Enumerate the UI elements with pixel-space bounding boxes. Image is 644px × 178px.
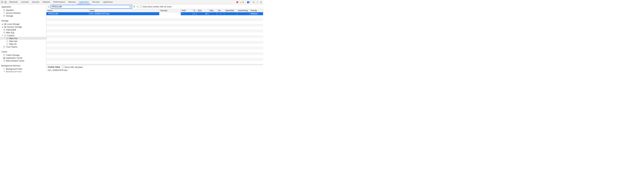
sidebar-item-cookie-origin[interactable]: https://w <box>0 43 46 45</box>
col-header-domain[interactable]: Domain <box>159 9 180 12</box>
tab-elements[interactable]: Elements <box>8 0 20 4</box>
filter-input[interactable] <box>51 5 132 8</box>
cookie-file-icon <box>6 37 8 40</box>
sidebar-item-cookie-origin[interactable]: https://na <box>0 37 46 40</box>
svg-point-25 <box>6 43 8 45</box>
settings-gear-icon[interactable] <box>252 1 255 3</box>
sidebar-item-cookie-origin[interactable]: https://pa <box>0 40 46 43</box>
sidebar-item-label: https://pa <box>9 40 17 42</box>
tab-memory[interactable]: Memory <box>67 0 77 4</box>
sidebar-item-label: Storage <box>6 15 13 17</box>
expand-arrow-icon[interactable]: ▶ <box>2 26 3 28</box>
close-devtools-icon[interactable] <box>260 1 262 3</box>
svg-point-18 <box>5 36 5 36</box>
only-issue-label-text: Only show cookies with an issue <box>142 5 172 8</box>
sidebar-item-websql[interactable]: Web SQL <box>0 31 46 34</box>
sidebar-item-application-cache[interactable]: Application Cache <box>0 57 46 59</box>
table-header-row: Name Value Domain Path E... Size HttpOnl… <box>46 9 263 12</box>
sidebar-item-label: Local Storage <box>7 23 20 25</box>
col-header-priority[interactable]: Priority <box>250 9 263 12</box>
svg-point-13 <box>4 29 5 29</box>
svg-rect-7 <box>4 9 5 11</box>
col-header-secure[interactable]: Secure <box>217 9 224 12</box>
clear-filter-icon[interactable] <box>129 5 131 8</box>
sidebar-item-local-storage[interactable]: ▶Local Storage <box>0 23 46 25</box>
col-header-value[interactable]: Value <box>89 9 160 12</box>
only-issue-checkbox[interactable] <box>140 5 142 8</box>
sidebar-item-bf-cache[interactable]: Back-forward Cache <box>0 59 46 62</box>
console-issues-badge[interactable]: 7 15 <box>236 1 245 3</box>
cookies-table[interactable]: Name Value Domain Path E... Size HttpOnl… <box>46 9 263 65</box>
sidebar-item-background-fetch[interactable]: Background Fetch <box>0 68 46 70</box>
sidebar-item-indexeddb[interactable]: IndexedDB <box>0 28 46 31</box>
sidebar-section-cache: Cache <box>0 50 46 54</box>
col-header-sameparty[interactable]: SameParty <box>237 9 250 12</box>
panel-tabs: Elements Console Sources Network Perform… <box>8 0 114 4</box>
cell-domain[interactable] <box>159 12 180 15</box>
sidebar-item-label: Background Sync <box>6 71 22 72</box>
svg-rect-2 <box>6 2 6 3</box>
tab-console[interactable]: Console <box>20 0 30 4</box>
database-icon <box>3 31 6 34</box>
collapse-arrow-icon[interactable]: ▼ <box>2 35 3 36</box>
col-header-httponly[interactable]: HttpOnly <box>208 9 217 12</box>
sidebar-item-label: Manifest <box>6 9 14 11</box>
tab-performance[interactable]: Performance <box>52 0 67 4</box>
tab-lighthouse[interactable]: Lighthouse <box>101 0 114 4</box>
error-count: 7 <box>238 1 239 3</box>
sidebar-item-session-storage[interactable]: ▶Session Storage <box>0 25 46 28</box>
tab-network[interactable]: Network <box>41 0 52 4</box>
clear-all-icon[interactable] <box>136 5 139 8</box>
sidebar-item-cookies[interactable]: ▼Cookies <box>0 34 46 37</box>
svg-point-14 <box>4 32 5 32</box>
col-header-expires[interactable]: E... <box>193 9 197 12</box>
svg-point-17 <box>6 35 6 36</box>
svg-rect-11 <box>4 23 6 25</box>
col-header-samesite[interactable]: SameSite <box>224 9 237 12</box>
svg-point-5 <box>257 2 258 2</box>
inspect-element-icon[interactable] <box>1 1 3 3</box>
refresh-icon[interactable] <box>47 5 50 8</box>
tab-sources[interactable]: Sources <box>30 0 41 4</box>
table-row[interactable]: FPGCLAW GCL.1636547975.test / 2... 26 ✓ … <box>46 12 263 15</box>
svg-point-3 <box>253 2 254 2</box>
sidebar-item-manifest[interactable]: Manifest <box>0 9 46 11</box>
detail-value: GCL.1636547975.test <box>48 69 262 71</box>
svg-point-16 <box>5 35 5 35</box>
console-messages-badge[interactable]: 6 <box>246 1 251 3</box>
cell-name: FPGCLAW <box>46 12 89 15</box>
manifest-icon <box>3 9 6 11</box>
sidebar-section-bgservices: Background Services <box>0 64 46 68</box>
show-url-decoded-checkbox[interactable] <box>62 66 64 68</box>
database-icon <box>3 46 6 48</box>
sidebar-item-label: Web SQL <box>6 31 15 34</box>
only-issue-checkbox-label[interactable]: Only show cookies with an issue <box>140 5 172 8</box>
cell-priority: Medium <box>250 12 263 15</box>
sidebar-item-label: Service Workers <box>6 12 21 14</box>
sidebar-item-service-workers[interactable]: Service Workers <box>0 11 46 14</box>
sidebar-item-label: Trust Tokens <box>6 46 18 48</box>
more-options-icon[interactable] <box>256 1 258 3</box>
sidebar-item-label: Session Storage <box>7 26 22 28</box>
database-icon <box>3 29 6 31</box>
expand-arrow-icon[interactable]: ▶ <box>2 23 3 25</box>
col-header-name[interactable]: Name <box>46 9 89 12</box>
sidebar-section-storage: Storage <box>0 19 46 23</box>
svg-point-22 <box>6 40 8 42</box>
sidebar-item-trust-tokens[interactable]: Trust Tokens <box>0 45 46 48</box>
filter-funnel-icon[interactable] <box>133 5 136 8</box>
gear-icon <box>3 12 6 14</box>
tab-security[interactable]: Security <box>90 0 101 4</box>
show-url-decoded-label[interactable]: Show URL decoded <box>62 66 83 68</box>
svg-rect-30 <box>3 57 5 59</box>
sidebar-item-background-sync[interactable]: Background Sync <box>0 70 46 72</box>
sidebar-item-storage[interactable]: Storage <box>0 14 46 17</box>
svg-point-4 <box>257 1 258 1</box>
col-header-path[interactable]: Path <box>180 9 192 12</box>
svg-point-31 <box>4 60 5 61</box>
toggle-device-icon[interactable] <box>4 1 7 3</box>
tab-application[interactable]: Application <box>77 0 90 4</box>
svg-point-6 <box>257 3 258 3</box>
sidebar-item-cache-storage[interactable]: Cache Storage <box>0 54 46 57</box>
col-header-size[interactable]: Size <box>197 9 208 12</box>
